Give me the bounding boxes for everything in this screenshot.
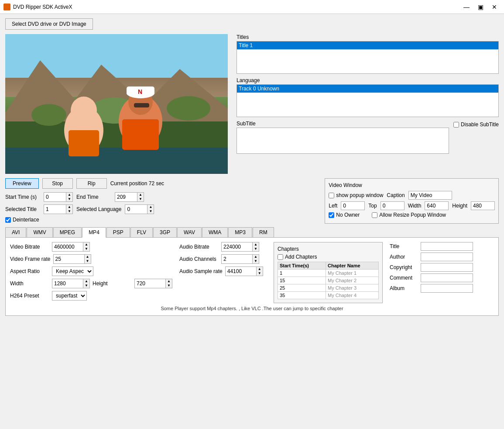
height-spinner[interactable]: ▲ ▼ — [134, 279, 172, 288]
tab-avi[interactable]: AVI — [5, 227, 26, 237]
aspect-ratio-select[interactable]: Keep Aspec 4:3 16:9 — [52, 266, 93, 276]
audio-samplerate-input[interactable] — [226, 267, 256, 275]
copyright-meta-input[interactable] — [421, 263, 473, 272]
height-down[interactable]: ▼ — [166, 284, 172, 288]
end-time-down[interactable]: ▼ — [137, 197, 144, 201]
stop-button[interactable]: Stop — [42, 178, 73, 189]
video-bitrate-spinner[interactable]: ▲ ▼ — [52, 242, 90, 252]
tab-flv[interactable]: FLV — [130, 227, 153, 237]
preview-button[interactable]: Preview — [5, 178, 39, 189]
show-popup-checkbox[interactable] — [329, 193, 334, 198]
video-framerate-down[interactable]: ▼ — [85, 259, 91, 263]
allow-resize-label[interactable]: Allow Resize Popup Window — [372, 212, 446, 218]
video-framerate-input[interactable] — [54, 255, 84, 263]
h264-preset-select[interactable]: superfast fast medium slow — [52, 291, 87, 301]
end-time-spinner[interactable]: ▲ ▼ — [115, 192, 144, 202]
select-dvd-button[interactable]: Select DVD drive or DVD Image — [5, 18, 93, 30]
language-item[interactable]: Track 0 Unknown — [237, 85, 498, 93]
audio-samplerate-down[interactable]: ▼ — [257, 271, 263, 276]
video-bitrate-input[interactable] — [52, 243, 83, 251]
width-up[interactable]: ▲ — [83, 279, 89, 284]
chapter-row-3[interactable]: 25 My Chapter 3 — [278, 284, 379, 292]
deinterlace-label[interactable]: Deinterlace — [5, 217, 39, 223]
tab-wmv[interactable]: WMV — [27, 227, 52, 237]
left-input[interactable] — [341, 201, 365, 210]
tab-mpeg[interactable]: MPEG — [53, 227, 82, 237]
tab-mp4[interactable]: MP4 — [82, 227, 106, 238]
audio-samplerate-up[interactable]: ▲ — [257, 267, 263, 271]
audio-channels-input[interactable] — [222, 255, 252, 263]
tab-mp3[interactable]: MP3 — [228, 227, 252, 237]
width-input[interactable] — [52, 280, 83, 287]
selected-language-up[interactable]: ▲ — [147, 205, 154, 209]
height-input[interactable] — [135, 280, 165, 287]
deinterlace-checkbox[interactable] — [5, 217, 11, 223]
maximize-button[interactable]: ▣ — [474, 3, 487, 11]
no-owner-label[interactable]: No Owner — [329, 212, 360, 218]
chapter-name-4[interactable]: My Chapter 4 — [326, 292, 379, 299]
end-time-input[interactable] — [115, 193, 137, 201]
tab-wma[interactable]: WMA — [202, 227, 228, 237]
chapter-name-1[interactable]: My Chapter 1 — [326, 270, 379, 277]
height-up[interactable]: ▲ — [166, 279, 172, 284]
tab-psp[interactable]: PSP — [106, 227, 130, 237]
language-listbox[interactable]: Track 0 Unknown — [237, 84, 499, 117]
titles-item[interactable]: Title 1 — [237, 42, 498, 49]
video-framerate-up[interactable]: ▲ — [85, 255, 91, 259]
add-chapters-checkbox[interactable] — [278, 254, 283, 260]
chapter-row-1[interactable]: 1 My Chapter 1 — [278, 270, 379, 277]
selected-language-down[interactable]: ▼ — [147, 209, 154, 214]
chapter-row-2[interactable]: 15 My Chapter 2 — [278, 277, 379, 284]
video-bitrate-up[interactable]: ▲ — [83, 242, 89, 247]
album-meta-input[interactable] — [421, 284, 473, 293]
selected-title-down[interactable]: ▼ — [66, 209, 72, 214]
audio-bitrate-up[interactable]: ▲ — [253, 242, 259, 247]
selected-title-up[interactable]: ▲ — [66, 205, 72, 209]
start-time-up[interactable]: ▲ — [66, 193, 72, 197]
audio-channels-spinner[interactable]: ▲ ▼ — [221, 254, 259, 264]
show-popup-label[interactable]: show popup window — [329, 192, 383, 198]
height-input[interactable] — [471, 201, 495, 210]
chapter-start-3[interactable]: 25 — [278, 284, 326, 292]
audio-bitrate-spinner[interactable]: ▲ ▼ — [221, 242, 259, 252]
top-input[interactable] — [381, 201, 405, 210]
chapter-start-1[interactable]: 1 — [278, 270, 326, 277]
author-meta-input[interactable] — [421, 253, 473, 261]
chapter-name-3[interactable]: My Chapter 3 — [326, 284, 379, 292]
tab-rm[interactable]: RM — [253, 227, 274, 237]
start-time-input[interactable] — [44, 193, 66, 201]
selected-title-input[interactable] — [44, 205, 66, 213]
close-button[interactable]: ✕ — [488, 3, 501, 11]
chapter-start-2[interactable]: 15 — [278, 277, 326, 284]
minimize-button[interactable]: — — [460, 3, 473, 11]
rip-button[interactable]: Rip — [76, 178, 107, 189]
add-chapters-label[interactable]: Add Chapters — [278, 254, 379, 260]
chapter-row-4[interactable]: 35 My Chapter 4 — [278, 292, 379, 299]
titles-listbox[interactable]: Title 1 — [237, 41, 499, 74]
comment-meta-input[interactable] — [421, 273, 473, 282]
audio-channels-up[interactable]: ▲ — [253, 255, 259, 259]
audio-bitrate-input[interactable] — [222, 243, 252, 251]
selected-language-input[interactable] — [125, 205, 147, 213]
selected-title-spinner[interactable]: ▲ ▼ — [44, 204, 73, 214]
tab-3gp[interactable]: 3GP — [153, 227, 177, 237]
disable-subtitle-checkbox[interactable] — [453, 122, 459, 128]
width-spinner[interactable]: ▲ ▼ — [52, 279, 90, 288]
tab-wav[interactable]: WAV — [177, 227, 202, 237]
chapter-start-4[interactable]: 35 — [278, 292, 326, 299]
allow-resize-checkbox[interactable] — [372, 212, 377, 218]
disable-subtitle-label[interactable]: Disable SubTitle — [453, 121, 499, 128]
video-bitrate-down[interactable]: ▼ — [83, 247, 89, 251]
audio-samplerate-spinner[interactable]: ▲ ▼ — [225, 266, 263, 276]
chapter-name-2[interactable]: My Chapter 2 — [326, 277, 379, 284]
width-input[interactable] — [425, 201, 449, 210]
width-down[interactable]: ▼ — [83, 284, 89, 288]
start-time-down[interactable]: ▼ — [66, 197, 72, 201]
audio-bitrate-down[interactable]: ▼ — [253, 247, 259, 251]
title-meta-input[interactable] — [421, 242, 473, 251]
start-time-spinner[interactable]: ▲ ▼ — [44, 192, 73, 202]
no-owner-checkbox[interactable] — [329, 212, 334, 218]
caption-input[interactable] — [408, 191, 452, 200]
selected-language-spinner[interactable]: ▲ ▼ — [125, 204, 154, 214]
video-framerate-spinner[interactable]: ▲ ▼ — [53, 254, 91, 264]
